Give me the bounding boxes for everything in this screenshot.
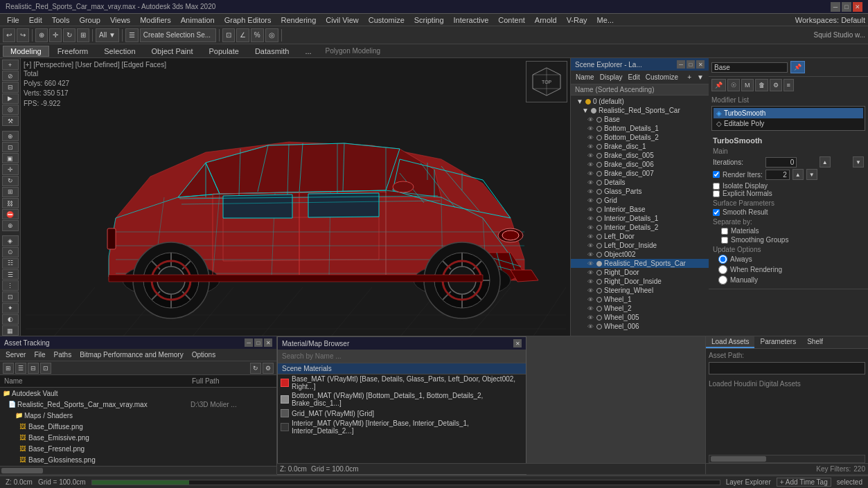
- mod-delete-btn[interactable]: 🗑: [755, 79, 768, 91]
- view-tool-9[interactable]: ▦: [2, 325, 19, 336]
- angle-snap[interactable]: ∠: [236, 28, 249, 42]
- mb-item-bottom[interactable]: Bottom_MAT (VRayMtl) [Bottom_Details_1, …: [278, 391, 526, 408]
- at-item-vault[interactable]: 📁 Autodesk Vault: [0, 388, 276, 399]
- scene-explorer-controls[interactable]: ─ □ ✕: [677, 60, 705, 69]
- menu-edit[interactable]: Edit: [25, 15, 46, 25]
- display-tool[interactable]: ◎: [2, 105, 19, 115]
- when-rendering-radio[interactable]: [718, 265, 727, 274]
- render-iters-down[interactable]: ▼: [806, 169, 817, 180]
- motion-tool[interactable]: ▶: [2, 93, 19, 104]
- menu-vray[interactable]: V-Ray: [563, 15, 592, 25]
- tab-selection[interactable]: Selection: [96, 46, 143, 57]
- tab-object-paint[interactable]: Object Paint: [144, 46, 201, 57]
- redo-button[interactable]: ↪: [17, 28, 29, 42]
- view-tool-1[interactable]: ◈: [2, 235, 19, 246]
- undo-button[interactable]: ↩: [3, 28, 15, 42]
- at-close[interactable]: ✕: [264, 338, 272, 347]
- scale-button[interactable]: ⊞: [77, 28, 89, 42]
- at-options[interactable]: Options: [189, 351, 218, 359]
- isolate-display-check[interactable]: [713, 183, 720, 190]
- viewport[interactable]: [+] [Perspective] [User Defined] [Edged …: [21, 58, 570, 336]
- menu-graph-editors[interactable]: Graph Editors: [220, 15, 276, 25]
- scene-explorer-maximize[interactable]: □: [687, 60, 695, 69]
- window-crossing[interactable]: ▣: [2, 153, 19, 163]
- modifier-base-input[interactable]: [711, 62, 788, 73]
- smoothing-groups-check[interactable]: [721, 237, 728, 244]
- mod-config-btn[interactable]: ⚙: [770, 79, 782, 91]
- snap-button[interactable]: ⊡: [222, 28, 235, 42]
- tree-item-glass[interactable]: 👁 Glass_Parts: [571, 187, 709, 196]
- at-hscroll-thumb[interactable]: [1, 468, 43, 473]
- menu-views[interactable]: Views: [106, 15, 134, 25]
- at-item-fresnel[interactable]: 🖼 Base_Fresnel.png: [0, 443, 276, 454]
- rotate-button[interactable]: ↻: [63, 28, 76, 42]
- at-maximize[interactable]: □: [254, 338, 263, 347]
- tab-freeform[interactable]: Freeform: [50, 46, 96, 57]
- tab-populate[interactable]: Populate: [201, 46, 246, 57]
- menu-animation[interactable]: Animation: [177, 15, 219, 25]
- mod-turbsmooth[interactable]: ◈ TurboSmooth: [714, 108, 863, 118]
- at-title-controls[interactable]: ─ □ ✕: [245, 338, 272, 347]
- unlink-tool[interactable]: ⛔: [2, 209, 19, 219]
- utilities-tool[interactable]: ⚒: [2, 116, 19, 126]
- link-tool[interactable]: ⛓: [2, 198, 19, 208]
- at-server[interactable]: Server: [3, 351, 28, 359]
- menu-file[interactable]: File: [3, 15, 24, 25]
- at-minimize[interactable]: ─: [245, 338, 253, 347]
- se-customize-btn[interactable]: Customize: [644, 73, 680, 81]
- mod-editable-poly[interactable]: ◇ Editable Poly: [714, 118, 863, 129]
- tree-item-object002[interactable]: 👁 Object002: [571, 250, 709, 259]
- at-hscroll[interactable]: [0, 466, 276, 474]
- mod-pin-btn[interactable]: 📌: [711, 79, 726, 91]
- tree-item-bottom2[interactable]: 👁 Bottom_Details_2: [571, 133, 709, 142]
- modify-tool[interactable]: ⊘: [2, 71, 19, 81]
- tab-shelf[interactable]: Shelf: [801, 336, 829, 348]
- far-right-hscroll[interactable]: [709, 455, 865, 463]
- mb-item-interior[interactable]: Interior_MAT (VRayMtl) [Interior_Base, I…: [278, 419, 526, 435]
- modifier-lock-btn[interactable]: 📌: [790, 61, 805, 73]
- at-item-diffuse[interactable]: 🖼 Base_Diffuse.png: [0, 421, 276, 432]
- iterations-input[interactable]: [765, 157, 797, 168]
- se-edit-btn[interactable]: Edit: [626, 73, 641, 81]
- select-button[interactable]: ⊕: [35, 28, 48, 42]
- minimize-button[interactable]: ─: [831, 2, 840, 12]
- tree-item-wheel005[interactable]: 👁 Wheel_005: [571, 313, 709, 322]
- at-list-view[interactable]: ☰: [15, 363, 26, 374]
- se-display-btn[interactable]: Display: [598, 73, 625, 81]
- at-file[interactable]: File: [31, 351, 48, 359]
- menu-customize[interactable]: Customize: [364, 15, 409, 25]
- at-tree-view[interactable]: ⊟: [28, 363, 39, 374]
- asset-tracking-list[interactable]: 📁 Autodesk Vault 📄 Realistic_Red_Sports_…: [0, 388, 276, 466]
- menu-tools[interactable]: Tools: [48, 15, 74, 25]
- at-settings[interactable]: ⚙: [263, 363, 274, 374]
- view-cube[interactable]: TOP: [526, 61, 567, 102]
- asset-path-input[interactable]: [709, 362, 865, 374]
- material-browser-list[interactable]: Base_MAT (VRayMtl) [Base, Details, Glass…: [278, 374, 526, 474]
- add-time-tag-btn[interactable]: + Add Time Tag: [777, 478, 831, 487]
- tree-item-grid[interactable]: 👁 Grid: [571, 196, 709, 205]
- at-item-emissive[interactable]: 🖼 Base_Emissive.png: [0, 432, 276, 443]
- create-tool[interactable]: +: [2, 60, 19, 70]
- tree-item-right-door-inside[interactable]: 👁 Right_Door_Inside: [571, 277, 709, 286]
- tree-item-wheel2[interactable]: 👁 Wheel_2: [571, 304, 709, 313]
- menu-group[interactable]: Group: [75, 15, 105, 25]
- materials-check[interactable]: [721, 228, 728, 235]
- tab-modeling[interactable]: Modeling: [3, 46, 49, 57]
- tree-item-interior1[interactable]: 👁 Interior_Details_1: [571, 214, 709, 223]
- tree-item-bottom1[interactable]: 👁 Bottom_Details_1: [571, 124, 709, 133]
- tree-item-wheel006[interactable]: 👁 Wheel_006: [571, 322, 709, 331]
- view-tool-8[interactable]: ◐: [2, 314, 19, 325]
- mod-type-btn[interactable]: M: [741, 79, 754, 91]
- se-filter-icon[interactable]: ▼: [695, 73, 706, 81]
- tree-item-wheel1[interactable]: 👁 Wheel_1: [571, 295, 709, 304]
- at-item-max-file[interactable]: 📄 Realistic_Red_Sports_Car_max_vray.max …: [0, 399, 276, 410]
- scene-tree[interactable]: ▼ 0 (default) ▼ Realistic_Red_Sports_Car…: [571, 96, 709, 336]
- view-tool-5[interactable]: ⋮: [2, 280, 19, 291]
- menu-arnold[interactable]: Arnold: [531, 15, 561, 25]
- at-refresh[interactable]: ↻: [250, 363, 261, 374]
- iterations-up[interactable]: ▲: [820, 156, 831, 168]
- maximize-button[interactable]: □: [842, 2, 851, 12]
- move-button[interactable]: ✛: [49, 28, 62, 42]
- render-iters-input[interactable]: [765, 170, 790, 180]
- tree-item-right-door[interactable]: 👁 Right_Door: [571, 268, 709, 277]
